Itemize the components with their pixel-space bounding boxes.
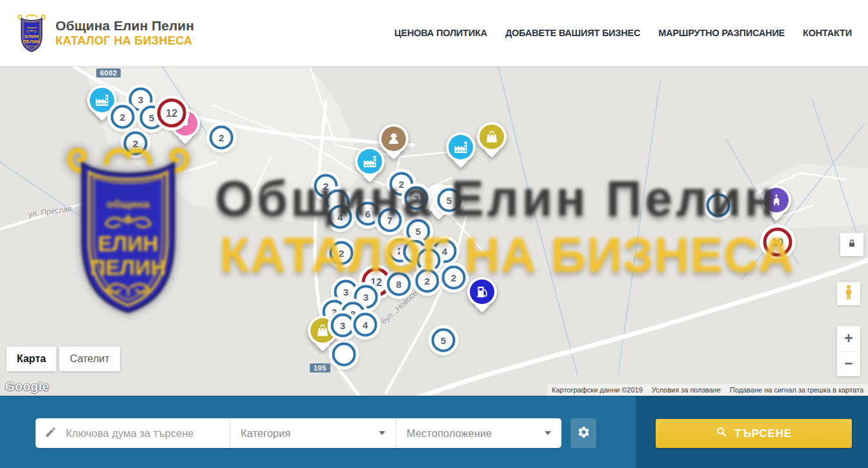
category-select[interactable]: Категория xyxy=(230,418,396,448)
advanced-settings-button[interactable] xyxy=(570,418,596,448)
cluster-count: 2 xyxy=(133,138,138,149)
map-cluster-marker[interactable]: 2 xyxy=(124,132,148,156)
keyword-field[interactable] xyxy=(35,418,230,448)
cluster-count: 4 xyxy=(363,320,368,331)
cluster-count: 2 xyxy=(398,245,403,256)
lock-control[interactable] xyxy=(840,233,863,256)
search-icon xyxy=(716,426,727,441)
cluster-count: 2 xyxy=(323,181,328,192)
nav-item[interactable]: ДОБАВЕТЕ ВАШИЯТ БИЗНЕС xyxy=(505,28,640,38)
map-cluster-marker[interactable]: 5 xyxy=(407,219,430,243)
map-pin-factory-icon[interactable] xyxy=(355,147,385,176)
gear-icon xyxy=(577,425,590,442)
attribution-copyright: Картографски данни ©2019 xyxy=(547,386,647,394)
cluster-count: 2 xyxy=(451,272,456,283)
cluster-count: 2 xyxy=(120,112,125,123)
map-cluster-marker[interactable]: 12 xyxy=(157,99,187,128)
map-pin-factory-icon[interactable] xyxy=(446,132,476,162)
cluster-count: 2 xyxy=(339,248,344,259)
map-cluster-marker[interactable]: 2 xyxy=(442,266,466,290)
map-cluster-marker[interactable]: 5 xyxy=(438,188,461,212)
zoom-in-button[interactable]: + xyxy=(837,326,860,351)
pencil-icon xyxy=(45,426,57,441)
nav-item[interactable]: МАРШРУТНО РАЗПИСАНИЕ xyxy=(658,28,785,38)
cluster-count: 4 xyxy=(338,212,343,223)
map-type-map-button[interactable]: Карта xyxy=(6,347,56,371)
crest-name-line2: ПЕЛИН xyxy=(23,39,41,45)
cluster-count: 6 xyxy=(365,209,370,219)
cluster-count: 3 xyxy=(138,94,143,105)
search-submit-button[interactable]: ТЪРСЕНЕ xyxy=(656,419,852,448)
nav-item[interactable]: КОНТАКТИ xyxy=(803,28,852,38)
cluster-count: 7 xyxy=(387,215,392,226)
cluster-count: 2 xyxy=(399,179,404,190)
map-canvas[interactable]: 2325122223564752274812822333834510 общин… xyxy=(0,66,868,396)
map-cluster-marker[interactable]: 4 xyxy=(354,313,378,337)
cluster-count: 10 xyxy=(772,236,783,248)
map-pin-fuel-icon[interactable] xyxy=(467,277,497,307)
map-cluster-marker[interactable]: 8 xyxy=(387,272,411,296)
map-pin-bag-icon[interactable] xyxy=(477,122,507,152)
cluster-count: 5 xyxy=(447,195,452,206)
map-attribution: Картографски данни ©2019 Условия за полз… xyxy=(547,384,868,396)
cluster-count: 3 xyxy=(363,292,368,303)
terms-of-use-link[interactable]: Условия за ползване xyxy=(647,386,725,394)
map-cluster-marker[interactable]: 2 xyxy=(330,241,354,265)
map-cluster-marker[interactable]: 4 xyxy=(328,205,352,229)
zoom-out-button[interactable]: − xyxy=(837,352,860,377)
cluster-count: 8 xyxy=(426,255,431,266)
map-cluster-marker[interactable] xyxy=(707,194,731,218)
map-markers-layer: 2325122223564752274812822333834510 xyxy=(0,66,868,396)
crest-name-line1: ЕЛИН xyxy=(25,34,38,39)
cluster-count: 3 xyxy=(343,287,348,298)
zoom-controls: + − xyxy=(837,326,860,376)
site-subtitle: КАТАЛОГ НА БИЗНЕСА xyxy=(56,34,194,48)
search-submit-label: ТЪРСЕНЕ xyxy=(734,427,792,440)
cluster-count: 5 xyxy=(149,112,154,123)
keyword-search-input[interactable] xyxy=(65,427,221,440)
cluster-count: 3 xyxy=(340,320,345,331)
google-logo[interactable]: Google xyxy=(5,380,49,394)
report-map-error-link[interactable]: Подаване на сигнал за грешка в картата xyxy=(725,386,868,394)
map-cluster-marker[interactable]: 2 xyxy=(111,105,135,129)
cluster-count: 4 xyxy=(442,246,447,257)
map-cluster-marker[interactable]: 3 xyxy=(405,187,429,210)
cluster-count: 5 xyxy=(441,335,446,346)
site-title: Община Елин Пелин xyxy=(56,18,194,34)
search-fields-group: Категория Местоположение xyxy=(35,418,561,448)
category-select-value: Категория xyxy=(241,427,290,440)
caret-down-icon xyxy=(379,431,385,435)
map-type-satellite-button[interactable]: Сателит xyxy=(59,347,119,371)
map-cluster-marker[interactable]: 2 xyxy=(210,126,234,150)
map-cluster-marker[interactable]: 10 xyxy=(763,228,792,257)
map-pin-church-icon[interactable] xyxy=(762,185,791,215)
cluster-count: 2 xyxy=(425,276,430,287)
map-cluster-marker[interactable] xyxy=(332,343,356,367)
cluster-count: 2 xyxy=(219,132,224,143)
map-cluster-marker[interactable]: 5 xyxy=(432,329,456,352)
nav-item[interactable]: ЦЕНОВА ПОЛИТИКА xyxy=(394,28,487,38)
map-cluster-marker[interactable]: 3 xyxy=(331,314,355,338)
main-nav: ЦЕНОВА ПОЛИТИКАДОБАВЕТЕ ВАШИЯТ БИЗНЕСМАР… xyxy=(394,28,852,38)
crest-top-text: община xyxy=(26,26,37,29)
cluster-count: 8 xyxy=(396,279,401,290)
street-view-pegman[interactable] xyxy=(837,282,860,305)
location-select[interactable]: Местоположение xyxy=(396,418,561,448)
site-brand[interactable]: община ЕЛИН ПЕЛИН Община Елин Пелин КАТА… xyxy=(16,12,194,54)
cluster-count: 5 xyxy=(416,226,421,237)
map-type-controls: Карта Сателит xyxy=(6,347,120,371)
map-cluster-marker[interactable]: 2 xyxy=(416,269,439,293)
pegman-icon xyxy=(841,284,856,303)
caret-down-icon xyxy=(545,431,551,435)
map-cluster-marker[interactable]: 7 xyxy=(378,209,402,232)
search-bar: Категория Местоположение ТЪРСЕНЕ xyxy=(0,396,868,468)
cluster-count: 12 xyxy=(166,107,177,119)
map-cluster-marker[interactable]: 6 xyxy=(356,202,380,226)
location-select-value: Местоположение xyxy=(407,427,492,440)
padlock-icon xyxy=(846,238,858,252)
cluster-count: 3 xyxy=(414,193,419,204)
municipality-crest-icon: община ЕЛИН ПЕЛИН xyxy=(16,12,47,54)
header: община ЕЛИН ПЕЛИН Община Елин Пелин КАТА… xyxy=(0,0,868,66)
